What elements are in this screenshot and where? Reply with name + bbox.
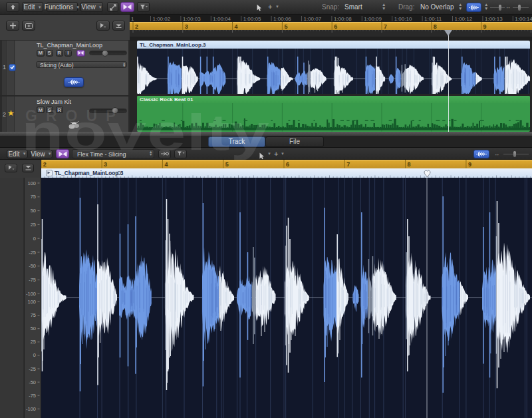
svg-text:1:00:03: 1:00:03 xyxy=(183,16,201,22)
svg-text:5: 5 xyxy=(284,23,287,30)
svg-text:1:00:13: 1:00:13 xyxy=(485,16,503,22)
svg-text:-50: -50 xyxy=(29,263,36,269)
svg-text:-100: -100 xyxy=(26,406,36,412)
svg-text:-25: -25 xyxy=(29,250,36,256)
svg-text:1:00:06: 1:00:06 xyxy=(273,16,291,22)
svg-text:4: 4 xyxy=(164,161,168,168)
svg-text:1: 1 xyxy=(131,16,134,22)
svg-text:3: 3 xyxy=(185,23,188,30)
svg-text:1:00:11: 1:00:11 xyxy=(424,16,442,22)
svg-text:5: 5 xyxy=(225,161,229,168)
svg-text:9: 9 xyxy=(468,161,471,168)
svg-text:25: 25 xyxy=(31,222,36,228)
svg-text:1:00:10: 1:00:10 xyxy=(394,16,412,22)
svg-text:-50: -50 xyxy=(29,379,36,385)
svg-text:7: 7 xyxy=(346,161,350,168)
svg-text:25: 25 xyxy=(31,339,36,345)
svg-text:-100: -100 xyxy=(26,291,36,297)
svg-text:6: 6 xyxy=(334,23,337,30)
svg-text:75: 75 xyxy=(31,312,36,318)
svg-text:1:00:07: 1:00:07 xyxy=(304,16,322,22)
svg-text:6: 6 xyxy=(286,161,289,168)
svg-text:2: 2 xyxy=(135,23,138,30)
svg-text:1:00:14: 1:00:14 xyxy=(515,16,532,22)
svg-text:-25: -25 xyxy=(29,366,36,372)
svg-text:1:00:02: 1:00:02 xyxy=(153,16,171,22)
svg-text:-75: -75 xyxy=(29,277,36,283)
svg-text:50: 50 xyxy=(31,208,36,214)
svg-text:1:00:04: 1:00:04 xyxy=(213,16,231,22)
svg-text:8: 8 xyxy=(434,23,437,30)
svg-text:100: 100 xyxy=(27,180,36,186)
svg-text:75: 75 xyxy=(31,194,36,200)
svg-text:-75: -75 xyxy=(29,393,36,399)
svg-text:1:00:12: 1:00:12 xyxy=(455,16,473,22)
svg-text:1:00:08: 1:00:08 xyxy=(334,16,352,22)
svg-text:3: 3 xyxy=(104,161,107,168)
svg-text:8: 8 xyxy=(408,161,411,168)
svg-text:1:00:05: 1:00:05 xyxy=(243,16,261,22)
svg-text:2: 2 xyxy=(43,161,47,168)
svg-text:9: 9 xyxy=(483,23,487,30)
svg-text:0: 0 xyxy=(33,352,36,358)
svg-text:7: 7 xyxy=(384,23,387,30)
svg-text:4: 4 xyxy=(235,23,238,30)
svg-text:50: 50 xyxy=(31,325,36,331)
svg-text:100: 100 xyxy=(27,299,36,305)
svg-text:0: 0 xyxy=(33,236,36,242)
svg-text:1:00:09: 1:00:09 xyxy=(364,16,382,22)
